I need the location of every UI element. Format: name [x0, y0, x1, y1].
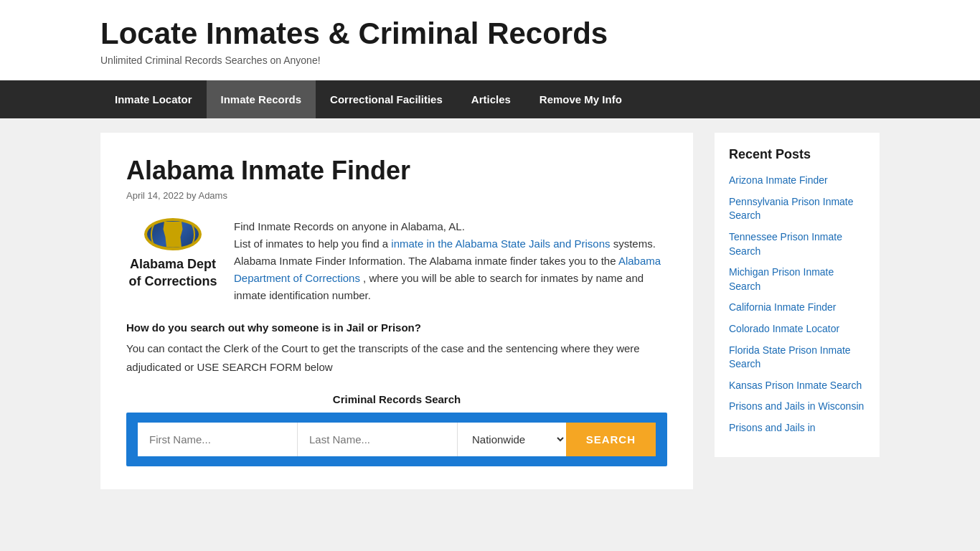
post-meta: April 14, 2022 by Adams: [126, 190, 667, 201]
search-first-name[interactable]: [138, 423, 298, 456]
sidebar-link[interactable]: Pennsylvania Prison Inmate Search: [729, 196, 854, 222]
nav-item-correctional-facilities[interactable]: Correctional Facilities: [316, 80, 457, 118]
sidebar-link[interactable]: Colorado Inmate Locator: [729, 323, 839, 334]
logo-dept-name: Alabama Dept of Corrections: [128, 256, 217, 290]
search-form-title: Criminal Records Search: [126, 393, 667, 405]
inmate-link[interactable]: inmate in the Alabama State Jails and Pr…: [391, 237, 610, 250]
nav-link-correctional-facilities[interactable]: Correctional Facilities: [316, 80, 457, 118]
search-button[interactable]: SEARCH: [566, 423, 656, 456]
sidebar-link[interactable]: Florida State Prison Inmate Search: [729, 344, 851, 370]
site-tagline: Unlimited Criminal Records Searches on A…: [100, 55, 880, 66]
recent-posts-section: Recent Posts Arizona Inmate Finder Penns…: [715, 133, 880, 456]
page-wrap: Alabama Inmate Finder April 14, 2022 by …: [0, 118, 980, 504]
recent-posts-list: Arizona Inmate Finder Pennsylvania Priso…: [729, 174, 865, 435]
sidebar-link[interactable]: California Inmate Finder: [729, 301, 836, 313]
nav-item-remove-my-info[interactable]: Remove My Info: [525, 80, 636, 118]
site-header: Locate Inmates & Criminal Records Unlimi…: [0, 0, 980, 80]
list-item: Colorado Inmate Locator: [729, 322, 865, 336]
search-state-dropdown[interactable]: Nationwide Alabama Alaska Arizona Califo…: [457, 423, 566, 456]
list-item: Florida State Prison Inmate Search: [729, 344, 865, 372]
intro-text: Find Inmate Records on anyone in Alabama…: [234, 218, 667, 304]
main-content: Alabama Inmate Finder April 14, 2022 by …: [100, 133, 693, 489]
list-item: Prisons and Jails in Wisconsin: [729, 400, 865, 414]
page-title: Alabama Inmate Finder: [126, 156, 667, 186]
list-item: Arizona Inmate Finder: [729, 174, 865, 188]
recent-posts-title: Recent Posts: [729, 147, 865, 162]
main-nav: Inmate Locator Inmate Records Correction…: [0, 80, 980, 118]
search-form-wrap: Nationwide Alabama Alaska Arizona Califo…: [126, 413, 667, 466]
list-item: California Inmate Finder: [729, 301, 865, 315]
logo-inner-ring: [151, 218, 195, 250]
sidebar-link[interactable]: Kansas Prison Inmate Search: [729, 380, 862, 391]
nav-link-remove-my-info[interactable]: Remove My Info: [525, 80, 636, 118]
sidebar-link[interactable]: Michigan Prison Inmate Search: [729, 266, 834, 292]
nav-link-inmate-locator[interactable]: Inmate Locator: [100, 80, 207, 118]
sidebar-link[interactable]: Prisons and Jails in: [729, 422, 816, 433]
alabama-state-shape: [162, 222, 184, 248]
section-body: You can contact the Clerk of the Court t…: [126, 339, 667, 376]
alabama-logo: Alabama Dept of Corrections: [126, 218, 220, 290]
list-item: Tennessee Prison Inmate Search: [729, 230, 865, 258]
sidebar: Recent Posts Arizona Inmate Finder Penns…: [715, 133, 880, 489]
sidebar-link[interactable]: Arizona Inmate Finder: [729, 174, 828, 186]
section-heading: How do you search out why someone is in …: [126, 321, 667, 334]
nav-link-articles[interactable]: Articles: [457, 80, 525, 118]
logo-circle: [144, 218, 202, 250]
nav-link-inmate-records[interactable]: Inmate Records: [207, 80, 316, 118]
list-item: Kansas Prison Inmate Search: [729, 379, 865, 393]
list-item: Prisons and Jails in: [729, 421, 865, 435]
search-info-section: How do you search out why someone is in …: [126, 321, 667, 376]
search-fields: Nationwide Alabama Alaska Arizona Califo…: [138, 423, 656, 456]
list-item: Pennsylvania Prison Inmate Search: [729, 195, 865, 223]
nav-item-inmate-records[interactable]: Inmate Records: [207, 80, 316, 118]
search-last-name[interactable]: [298, 423, 457, 456]
list-item: Michigan Prison Inmate Search: [729, 265, 865, 293]
search-form-section: Criminal Records Search Nationwide Alaba…: [126, 393, 667, 466]
site-title: Locate Inmates & Criminal Records: [100, 17, 880, 50]
nav-item-articles[interactable]: Articles: [457, 80, 525, 118]
sidebar-link[interactable]: Tennessee Prison Inmate Search: [729, 231, 842, 257]
logo-intro-section: Alabama Dept of Corrections Find Inmate …: [126, 218, 667, 304]
sidebar-link[interactable]: Prisons and Jails in Wisconsin: [729, 400, 864, 412]
nav-item-inmate-locator[interactable]: Inmate Locator: [100, 80, 207, 118]
